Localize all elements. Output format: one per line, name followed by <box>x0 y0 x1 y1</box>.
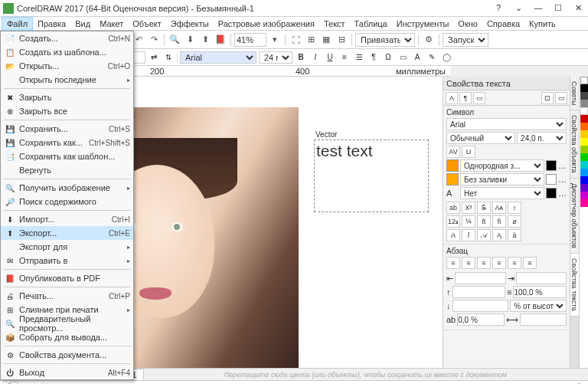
menu-object[interactable]: Объект <box>128 18 165 30</box>
char-spacing-icon[interactable]: ab <box>446 315 456 324</box>
fullscreen-icon[interactable]: ⛶ <box>289 33 302 47</box>
menu-text[interactable]: Текст <box>319 18 350 30</box>
fill-more-icon[interactable]: … <box>558 161 567 170</box>
redo-icon[interactable]: ↷ <box>147 33 161 47</box>
swatch[interactable] <box>580 92 588 100</box>
align-justify-icon[interactable]: ≡ <box>492 257 506 269</box>
export-icon[interactable]: ⬆ <box>198 33 212 47</box>
font-select[interactable]: Arial <box>180 51 256 64</box>
zoom-dropdown-icon[interactable]: ▾ <box>268 33 282 47</box>
kerning-icon[interactable]: AV <box>446 146 460 158</box>
docker-size-select[interactable]: 24,0 п. <box>517 132 567 144</box>
outline-more-icon[interactable]: … <box>558 189 567 198</box>
line-spacing-icon[interactable]: ≡ <box>507 287 511 297</box>
underline-icon[interactable]: U <box>462 146 475 158</box>
sidetab-hints[interactable]: Советы <box>570 77 579 110</box>
menu-effects[interactable]: Эффекты <box>166 18 214 30</box>
word-spacing-icon[interactable]: ⟷ <box>506 315 518 325</box>
num-icon[interactable]: 12₃ <box>446 215 460 228</box>
menu-item[interactable]: 💾Сохранить как...Ctrl+Shift+S <box>1 136 133 149</box>
launch-select[interactable]: Запуск <box>443 33 488 47</box>
guides-icon[interactable]: ⊟ <box>335 33 348 47</box>
text-frame[interactable]: test text <box>314 139 429 212</box>
help-icon[interactable]: ? <box>492 3 505 13</box>
swatch[interactable] <box>580 184 588 192</box>
pdf-icon[interactable]: 📕 <box>214 33 227 47</box>
menu-window[interactable]: Окно <box>453 18 482 30</box>
outline-color-swatch[interactable] <box>546 188 557 199</box>
fill-type-icon[interactable] <box>446 159 459 172</box>
menu-file[interactable]: Файл <box>2 17 33 31</box>
maximize-icon[interactable]: ☐ <box>551 3 565 13</box>
pos-icon[interactable]: ↕ <box>508 202 521 214</box>
style4-icon[interactable]: Ą <box>492 229 506 241</box>
line-spacing-input[interactable] <box>513 286 567 298</box>
docker-font-select[interactable]: Arial <box>446 118 567 130</box>
ord-icon[interactable]: ſt <box>477 215 491 228</box>
menu-edit[interactable]: Правка <box>33 18 70 30</box>
swatch[interactable] <box>580 176 588 184</box>
menu-bitmaps[interactable]: Растровые изображения <box>214 18 319 30</box>
bold-button[interactable]: B <box>295 51 307 64</box>
textframe-icon[interactable]: ▭ <box>397 51 409 64</box>
word-spacing-input[interactable] <box>520 313 567 326</box>
grid-icon[interactable]: ▦ <box>319 33 333 47</box>
style1-icon[interactable]: A <box>446 229 460 241</box>
options-icon[interactable]: ⚙ <box>422 33 436 47</box>
bgfill-type-icon[interactable] <box>446 173 459 185</box>
style5-icon[interactable]: à <box>508 229 521 241</box>
char-icon[interactable]: Ω <box>382 51 394 64</box>
swatch[interactable] <box>580 192 588 199</box>
text-content[interactable]: test text <box>315 140 428 162</box>
menu-item[interactable]: 📑Сохранить как шаблон... <box>1 149 133 163</box>
dropcap-icon[interactable]: ¶ <box>368 51 380 64</box>
swatch[interactable] <box>580 153 588 161</box>
menu-item[interactable]: ⬇Импорт...Ctrl+I <box>1 212 133 226</box>
menu-item[interactable]: Экспорт для▸ <box>1 240 133 254</box>
menu-item[interactable]: 📦Собрать для вывода... <box>1 330 133 344</box>
tab-para-icon[interactable]: ¶ <box>459 92 472 104</box>
indent-left-icon[interactable]: ⇤ <box>446 274 453 284</box>
swatch[interactable] <box>580 169 588 176</box>
strike-icon[interactable]: S̶ <box>477 202 491 214</box>
rulers-icon[interactable]: ⊞ <box>304 33 318 47</box>
tab-opt2-icon[interactable]: ▭ <box>555 92 567 104</box>
style3-icon[interactable]: 𝒜 <box>477 229 491 241</box>
spacing-before-icon[interactable]: ↑ <box>446 287 451 297</box>
list-icon[interactable]: ☰ <box>353 51 365 64</box>
underline-button[interactable]: U <box>324 51 336 64</box>
swatch[interactable] <box>580 100 588 107</box>
menu-item[interactable]: Вернуть <box>1 163 133 177</box>
alt-icon[interactable]: ø <box>508 215 521 228</box>
spacing-unit-select[interactable]: % от высот... <box>510 300 567 312</box>
menu-layout[interactable]: Макет <box>95 18 128 30</box>
tab-char-icon[interactable]: A <box>446 92 458 104</box>
search-icon[interactable]: 🔍 <box>168 33 181 47</box>
align-icon[interactable]: ≡ <box>338 51 351 64</box>
spacing-after-input[interactable] <box>452 300 509 312</box>
sidetab-objprops[interactable]: Свойства объекта <box>570 110 579 179</box>
menu-item[interactable]: ⚙Свойства документа... <box>1 348 133 362</box>
textwrap-icon[interactable]: ◯ <box>440 51 452 64</box>
menu-item[interactable]: 📄Создать...Ctrl+N <box>1 31 133 45</box>
menu-table[interactable]: Таблица <box>350 18 392 30</box>
menu-item[interactable]: 🔎Поиск содержимого <box>1 195 133 208</box>
palette-next-icon[interactable]: ▶ <box>579 381 585 384</box>
swatch[interactable] <box>580 138 588 146</box>
bgfill-color-swatch[interactable] <box>546 174 557 185</box>
menu-item[interactable]: ⬆Экспорт...Ctrl+E <box>1 226 133 240</box>
palette-prev-icon[interactable]: ◀ <box>3 381 9 384</box>
outline-select[interactable]: Нет <box>460 187 544 199</box>
spacing-before-input[interactable] <box>452 286 506 298</box>
style2-icon[interactable]: ſ <box>462 229 475 241</box>
align-center-icon[interactable]: ≡ <box>462 257 475 269</box>
menu-item[interactable]: ✖Закрыть <box>1 90 133 104</box>
fill-color-swatch[interactable] <box>546 160 557 171</box>
mirror-h-icon[interactable]: ⇄ <box>148 51 160 64</box>
menu-item[interactable]: 📋Создать из шаблона... <box>1 45 133 59</box>
menu-item[interactable]: ⏻ВыходAlt+F4 <box>1 366 133 379</box>
swatch[interactable] <box>580 107 588 115</box>
menu-item[interactable]: 💾Сохранить...Ctrl+S <box>1 122 133 136</box>
spacing-after-icon[interactable]: ↓ <box>446 301 451 310</box>
swatch-none[interactable] <box>580 77 588 84</box>
